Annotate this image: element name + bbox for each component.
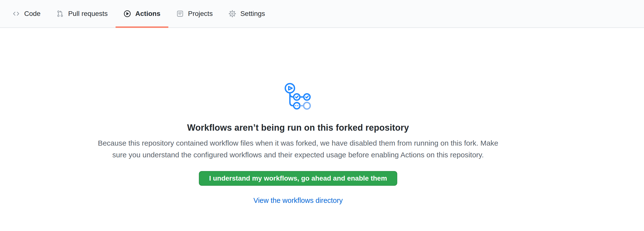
tab-projects[interactable]: Projects	[168, 0, 220, 28]
tab-actions[interactable]: Actions	[116, 0, 168, 28]
repo-tabbar: Code Pull requests Actions	[0, 0, 644, 28]
tab-code[interactable]: Code	[4, 0, 48, 28]
workflow-graph-icon	[284, 82, 312, 111]
tab-settings-label: Settings	[240, 10, 265, 18]
tab-code-label: Code	[24, 10, 40, 18]
tab-pull-requests-label: Pull requests	[68, 10, 108, 18]
view-workflows-directory-link[interactable]: View the workflows directory	[253, 196, 342, 204]
project-icon	[176, 10, 184, 18]
gear-icon	[228, 10, 236, 18]
blankslate-title: Workflows aren’t being run on this forke…	[187, 123, 409, 133]
actions-blankslate: Workflows aren’t being run on this forke…	[0, 28, 596, 204]
play-circle-icon	[124, 10, 131, 18]
blankslate-description: Because this repository contained workfl…	[98, 137, 498, 161]
tab-projects-label: Projects	[188, 10, 213, 18]
tab-settings[interactable]: Settings	[220, 0, 273, 28]
git-pull-request-icon	[56, 10, 64, 18]
enable-workflows-button[interactable]: I understand my workflows, go ahead and …	[199, 171, 397, 186]
code-icon	[12, 10, 20, 18]
tab-actions-label: Actions	[135, 10, 160, 18]
tab-pull-requests[interactable]: Pull requests	[48, 0, 116, 28]
